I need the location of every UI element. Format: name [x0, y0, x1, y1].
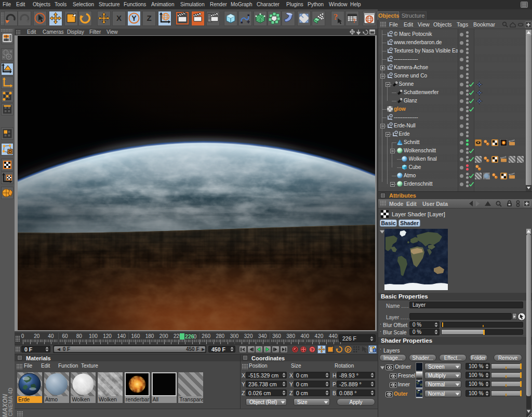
svg-text:?: ? [353, 17, 356, 24]
svg-text:?: ? [311, 346, 314, 352]
svg-text:X: X [116, 14, 122, 22]
svg-text:Y: Y [131, 14, 137, 22]
svg-text:P: P [347, 347, 350, 352]
svg-text:?: ? [334, 12, 338, 22]
svg-text:Z: Z [147, 14, 151, 22]
